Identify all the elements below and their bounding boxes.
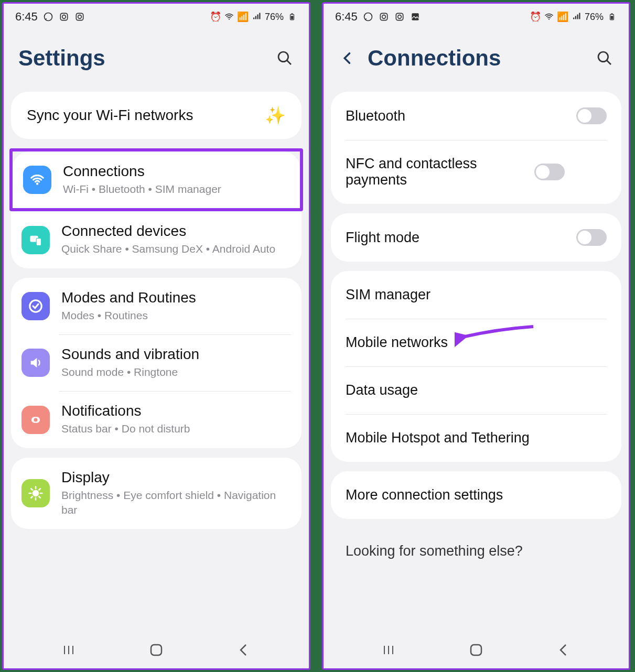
highlight-annotation: Connections Wi-Fi • Bluetooth • SIM mana… [9,148,303,211]
instagram-icon [379,12,389,22]
row-label: Mobile Hotspot and Tethering [346,430,607,446]
row-more-settings[interactable]: More connection settings [331,471,621,519]
page-title: Connections [368,46,585,71]
instagram-icon [59,12,69,22]
instagram-icon-2 [74,12,85,22]
svg-rect-35 [412,13,418,20]
wifi-icon [544,12,554,22]
wifi-icon [23,166,51,194]
sync-card[interactable]: Sync your Wi-Fi networks ✨ [11,92,302,139]
flight-mode-toggle[interactable] [576,229,607,246]
svg-line-22 [31,489,33,490]
svg-point-2 [62,15,66,19]
row-subtitle: Quick Share • Samsung DeX • Android Auto [61,242,291,256]
svg-rect-3 [76,13,83,20]
svg-point-16 [34,418,38,421]
svg-point-34 [397,15,401,19]
settings-row-modes[interactable]: Modes and Routines Modes • Routines [11,278,302,334]
row-sim-manager[interactable]: SIM manager [331,271,621,319]
svg-point-0 [44,13,52,21]
svg-line-23 [39,496,40,498]
row-label: Flight mode [346,230,576,246]
phone-connections: 6:45 ⏰ 📶 76% Connections Bluetooth [322,2,630,670]
svg-point-5 [229,18,230,19]
back-button[interactable] [233,640,254,660]
looking-for-something: Looking for something else? [331,528,621,565]
row-bluetooth[interactable]: Bluetooth [331,92,621,140]
svg-point-40 [598,52,608,62]
svg-rect-13 [36,238,41,245]
row-label: Data usage [346,382,607,398]
battery-percent: 76% [265,12,284,23]
svg-point-17 [33,490,39,497]
settings-row-notifications[interactable]: Notifications Status bar • Do not distur… [11,391,302,448]
settings-row-sounds[interactable]: Sounds and vibration Sound mode • Ringto… [11,334,302,391]
nfc-toggle[interactable] [534,164,565,180]
row-label: More connection settings [346,487,607,503]
gallery-icon [410,12,421,22]
page-title: Settings [18,46,265,71]
svg-point-36 [548,18,550,19]
recents-button[interactable] [58,640,79,660]
row-nfc[interactable]: NFC and contactless payments [331,140,621,204]
whatsapp-icon [363,12,373,22]
row-subtitle: Status bar • Do not disturb [61,421,291,436]
recents-button[interactable] [378,640,399,660]
target-icon [21,292,50,320]
row-label: Bluetooth [346,108,576,124]
row-data-usage[interactable]: Data usage [331,366,621,414]
bluetooth-toggle[interactable] [576,107,607,124]
row-label: Mobile networks [346,334,607,351]
sparkle-icon: ✨ [265,105,286,125]
search-button[interactable] [595,49,614,68]
row-title: Sounds and vibration [61,346,291,363]
settings-header: Settings [4,30,309,92]
nav-bar [324,632,629,668]
phone-settings: 6:45 ⏰ 📶 76% Sett [2,2,310,670]
svg-rect-8 [291,16,294,19]
svg-rect-29 [151,645,162,655]
alarm-icon: ⏰ [210,12,221,22]
signal-icon [251,12,262,22]
row-hotspot[interactable]: Mobile Hotspot and Tethering [331,414,621,462]
alarm-icon: ⏰ [530,12,541,22]
battery-icon [287,12,297,22]
svg-point-9 [278,52,288,62]
svg-rect-7 [291,14,293,15]
back-button[interactable] [338,49,357,68]
row-label: SIM manager [346,287,607,303]
svg-line-25 [39,489,40,490]
status-time: 6:45 [15,10,38,24]
svg-point-4 [78,15,81,19]
svg-point-32 [382,15,385,19]
row-title: Modes and Routines [61,289,291,306]
battery-percent: 76% [585,12,604,23]
row-subtitle: Brightness • Eye comfort shield • Naviga… [61,488,291,518]
row-label: NFC and contactless payments [346,156,534,188]
settings-row-connections[interactable]: Connections Wi-Fi • Bluetooth • SIM mana… [13,151,300,208]
row-mobile-networks[interactable]: Mobile networks [331,319,621,366]
sound-icon [21,349,50,377]
row-flight-mode[interactable]: Flight mode [331,213,621,262]
row-title: Connections [63,163,289,180]
status-bar: 6:45 ⏰ 📶 76% [4,4,309,30]
devices-icon [21,226,50,254]
svg-rect-1 [60,13,67,20]
nav-bar [4,632,309,668]
home-button[interactable] [146,640,167,660]
settings-row-connected-devices[interactable]: Connected devices Quick Share • Samsung … [11,211,302,268]
svg-rect-45 [471,645,481,655]
signal-icon [571,12,582,22]
row-title: Connected devices [61,223,291,240]
status-bar: 6:45 ⏰ 📶 76% [324,4,629,30]
sun-icon [21,479,50,507]
svg-rect-31 [380,13,387,20]
svg-line-41 [607,60,611,64]
instagram-icon-2 [394,12,405,22]
back-button[interactable] [553,640,574,660]
sync-label: Sync your Wi-Fi networks [27,107,193,124]
svg-point-30 [364,13,372,21]
settings-row-display[interactable]: Display Brightness • Eye comfort shield … [11,458,302,529]
search-button[interactable] [275,49,294,68]
home-button[interactable] [466,640,487,660]
